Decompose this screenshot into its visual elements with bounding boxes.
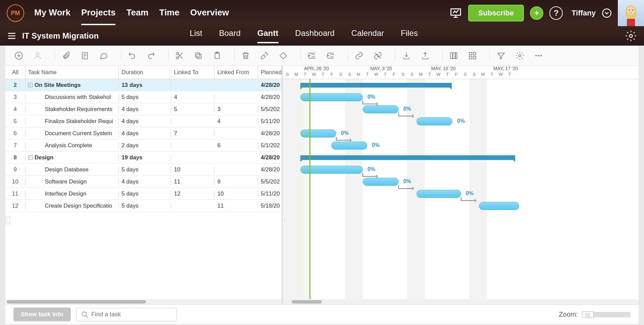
task-bar[interactable] xyxy=(416,117,452,125)
linked-from-cell[interactable]: 6 xyxy=(215,142,258,149)
linked-from-cell[interactable]: 4 xyxy=(215,118,258,125)
planned-cell[interactable]: 4/28/20 xyxy=(258,166,282,173)
comment-icon[interactable] xyxy=(99,51,109,61)
planned-cell[interactable]: 5/11/20 xyxy=(258,191,282,197)
avatar[interactable] xyxy=(618,0,644,26)
undo-icon[interactable] xyxy=(127,51,137,61)
col-header-linked-from[interactable]: Linked From xyxy=(215,66,258,79)
nav-projects[interactable]: Projects xyxy=(81,7,116,25)
task-name-cell[interactable]: Document Current System xyxy=(26,130,119,137)
nav-team[interactable]: Team xyxy=(126,7,148,25)
planned-cell[interactable]: 5/1/202 xyxy=(258,142,282,149)
paint-icon[interactable] xyxy=(259,51,269,61)
grid-split-handle[interactable]: ⋮ xyxy=(283,217,286,224)
nav-overview[interactable]: Overview xyxy=(190,7,229,25)
presentation-icon[interactable] xyxy=(449,7,462,19)
col-header-planned[interactable]: Planned xyxy=(258,66,282,79)
zoom-slider[interactable] xyxy=(582,312,631,317)
menu-icon[interactable] xyxy=(7,33,16,39)
duration-cell[interactable]: 4 days xyxy=(119,178,171,185)
linked-to-cell[interactable]: 11 xyxy=(171,178,214,185)
linked-from-cell[interactable]: 10 xyxy=(215,191,258,197)
task-name-cell[interactable]: Analysis Complete xyxy=(26,142,119,149)
copy-icon[interactable] xyxy=(193,51,203,61)
filter-icon[interactable] xyxy=(496,51,506,61)
find-task-input[interactable] xyxy=(91,311,172,318)
planned-cell[interactable]: 4/28/20 xyxy=(258,130,282,137)
import-icon[interactable] xyxy=(401,51,411,61)
table-row[interactable]: 12Create Design Specificatio5 days115/18… xyxy=(5,200,282,212)
linked-to-cell[interactable]: 10 xyxy=(171,166,214,173)
duration-cell[interactable]: 4 days xyxy=(119,106,171,113)
columns-icon[interactable] xyxy=(449,51,459,61)
collapse-icon[interactable]: − xyxy=(28,83,33,87)
task-name-cell[interactable]: −On Site Meetings xyxy=(26,82,119,89)
planned-cell[interactable]: 4/28/20 xyxy=(258,154,282,161)
linked-to-cell[interactable]: 5 xyxy=(171,106,214,113)
task-name-cell[interactable]: Interface Design xyxy=(26,191,119,197)
add-icon[interactable]: + xyxy=(530,6,543,20)
collapse-icon[interactable]: − xyxy=(28,155,33,160)
task-bar[interactable] xyxy=(363,178,399,186)
task-name-cell[interactable]: −Design xyxy=(26,154,119,161)
tab-gantt[interactable]: Gantt xyxy=(257,29,279,43)
unlink-icon[interactable] xyxy=(373,51,383,61)
planned-cell[interactable]: 5/5/202 xyxy=(258,106,282,113)
delete-icon[interactable] xyxy=(241,51,251,61)
more-icon[interactable] xyxy=(534,51,544,61)
zoom-thumb[interactable] xyxy=(582,311,594,318)
outdent-icon[interactable] xyxy=(307,51,317,61)
subscribe-button[interactable]: Subscribe xyxy=(468,5,524,21)
tab-board[interactable]: Board xyxy=(219,29,241,43)
tab-list[interactable]: List xyxy=(190,29,202,43)
tab-calendar[interactable]: Calendar xyxy=(351,29,384,43)
task-bar[interactable] xyxy=(479,202,519,210)
planned-cell[interactable]: 5/11/20 xyxy=(258,118,282,125)
planned-cell[interactable]: 4/28/20 xyxy=(258,82,282,89)
tab-files[interactable]: Files xyxy=(401,29,418,43)
summary-bar[interactable] xyxy=(300,83,452,88)
planned-cell[interactable]: 4/28/20 xyxy=(258,94,282,101)
table-row[interactable]: 10Software Design4 days1195/5/202 xyxy=(5,176,282,188)
table-row[interactable]: 4Stakeholder Requirements4 days535/5/202 xyxy=(5,103,282,115)
duration-cell[interactable]: 5 days xyxy=(119,94,171,101)
milestone-icon[interactable] xyxy=(278,51,288,61)
settings-icon[interactable] xyxy=(625,30,637,42)
col-header-linked-to[interactable]: Linked To xyxy=(171,66,214,79)
linked-to-cell[interactable]: 12 xyxy=(171,191,214,197)
duration-cell[interactable]: 5 days xyxy=(119,166,171,173)
duration-cell[interactable]: 13 days xyxy=(119,82,171,89)
chevron-down-icon[interactable] xyxy=(602,8,612,18)
notes-icon[interactable] xyxy=(80,51,90,61)
table-row[interactable]: 6Document Current System4 days74/28/20 xyxy=(5,127,282,140)
grid-hscroll[interactable] xyxy=(5,299,282,305)
logo-badge[interactable]: PM xyxy=(7,4,24,22)
table-row[interactable]: 3Discussions with Stakehol5 days44/28/20 xyxy=(5,91,282,103)
nav-my-work[interactable]: My Work xyxy=(34,7,70,25)
add-task-icon[interactable] xyxy=(14,51,24,61)
summary-bar[interactable] xyxy=(300,155,515,160)
duration-cell[interactable]: 19 days xyxy=(119,154,171,161)
tab-dashboard[interactable]: Dashboard xyxy=(295,29,334,43)
task-bar[interactable] xyxy=(416,190,461,198)
paste-icon[interactable] xyxy=(212,51,222,61)
table-row[interactable]: 7Analysis Complete2 days65/1/202 xyxy=(5,140,282,152)
linked-from-cell[interactable]: 3 xyxy=(215,106,258,113)
duration-cell[interactable]: 4 days xyxy=(119,130,171,137)
find-task-field[interactable] xyxy=(76,308,177,321)
col-header-duration[interactable]: Duration xyxy=(119,66,171,79)
redo-icon[interactable] xyxy=(146,51,156,61)
attachment-icon[interactable] xyxy=(61,51,71,61)
gantt-hscroll[interactable] xyxy=(283,299,639,305)
settings-icon[interactable] xyxy=(515,51,525,61)
link-icon[interactable] xyxy=(354,51,364,61)
planned-cell[interactable]: 5/18/20 xyxy=(258,203,282,209)
task-bar[interactable] xyxy=(331,142,367,150)
duration-cell[interactable]: 2 days xyxy=(119,142,171,149)
task-name-cell[interactable]: Create Design Specificatio xyxy=(26,203,119,209)
task-name-cell[interactable]: Stakeholder Requirements xyxy=(26,106,119,113)
gantt-body[interactable]: 0%0%0%0%0%0%0%0% xyxy=(283,79,639,299)
planned-cell[interactable]: 5/5/202 xyxy=(258,178,282,185)
assignee-icon[interactable] xyxy=(33,51,43,61)
task-bar[interactable] xyxy=(363,105,399,113)
